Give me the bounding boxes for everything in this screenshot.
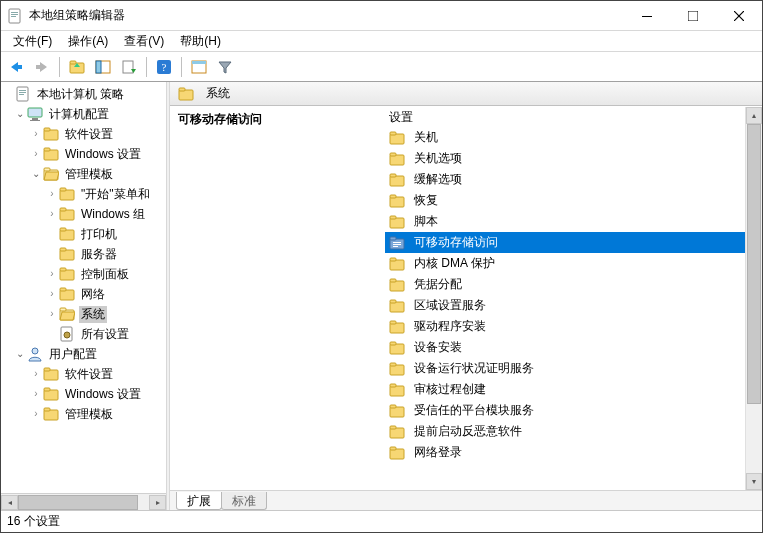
folder-icon [59,266,75,282]
policy-icon [15,86,31,102]
show-hide-tree-button[interactable] [92,56,114,78]
list-item[interactable]: 关机选项 [385,148,745,169]
tree-root[interactable]: ▸ 本地计算机 策略 [1,84,166,104]
list-item-label: 关机选项 [414,150,462,167]
expander-icon[interactable]: › [45,307,59,321]
scroll-thumb[interactable] [747,124,761,404]
tree-network[interactable]: › 网络 [1,284,166,304]
list-item[interactable]: 凭据分配 [385,274,745,295]
forward-button[interactable] [31,56,53,78]
expander-icon[interactable]: › [29,367,43,381]
expander-icon[interactable]: › [29,147,43,161]
tree-hscroll[interactable]: ◂ ▸ [1,493,166,510]
scroll-right-button[interactable]: ▸ [149,495,166,510]
tree-computer-config[interactable]: ⌄ 计算机配置 [1,104,166,124]
list-item[interactable]: 受信任的平台模块服务 [385,400,745,421]
list-item[interactable]: 区域设置服务 [385,295,745,316]
expander-icon[interactable]: › [45,267,59,281]
tree-software-settings[interactable]: › 软件设置 [1,124,166,144]
svg-marker-24 [11,62,22,72]
expander-icon[interactable]: ⌄ [29,167,43,181]
status-text: 16 个设置 [7,513,60,530]
tree-system[interactable]: › 系统 [1,304,166,324]
expander-icon[interactable]: › [45,187,59,201]
expander-icon[interactable]: ⌄ [13,347,27,361]
expander-icon[interactable]: › [45,287,59,301]
tree[interactable]: ▸ 本地计算机 策略 ⌄ 计算机配置 › 软件设置 › W [1,82,166,493]
tree-start-menu[interactable]: › "开始"菜单和 [1,184,166,204]
scroll-thumb[interactable] [18,495,138,510]
expander-icon[interactable]: › [29,387,43,401]
help-button[interactable]: ? [153,56,175,78]
tree-label: Windows 组 [79,206,147,223]
tab-extended[interactable]: 扩展 [176,492,222,510]
scroll-track[interactable] [746,124,762,473]
list-vscroll[interactable]: ▴ ▾ [745,107,762,490]
export-button[interactable] [118,56,140,78]
help-icon: ? [156,59,172,75]
tree-admin-templates[interactable]: ⌄ 管理模板 [1,164,166,184]
folder-icon [389,130,405,146]
scroll-down-button[interactable]: ▾ [746,473,762,490]
column-header-label: 设置 [389,109,413,126]
options-button[interactable] [188,56,210,78]
list-item[interactable]: 关机 [385,127,745,148]
window-controls [624,1,762,30]
expander-icon[interactable]: › [29,407,43,421]
list-item[interactable]: 恢复 [385,190,745,211]
expander-icon[interactable]: ⌄ [13,107,27,121]
list-item[interactable]: 设备运行状况证明服务 [385,358,745,379]
detail-list-area: 设置 关机关机选项缓解选项恢复脚本可移动存储访问内核 DMA 保护凭据分配区域设… [385,107,762,490]
list-item[interactable]: 脚本 [385,211,745,232]
menu-view[interactable]: 查看(V) [116,31,172,52]
list-column: 设置 关机关机选项缓解选项恢复脚本可移动存储访问内核 DMA 保护凭据分配区域设… [385,107,745,490]
tree-label: 软件设置 [63,366,115,383]
tree-windows-components[interactable]: › Windows 组 [1,204,166,224]
folder-icon [389,319,405,335]
tree-label: 打印机 [79,226,119,243]
close-button[interactable] [716,1,762,30]
list-item-label: 脚本 [414,213,438,230]
folder-icon [43,126,59,142]
list-item[interactable]: 缓解选项 [385,169,745,190]
menu-action[interactable]: 操作(A) [60,31,116,52]
minimize-button[interactable] [624,1,670,30]
tree-printers[interactable]: ▸ 打印机 [1,224,166,244]
filter-button[interactable] [214,56,236,78]
tree-control-panel[interactable]: › 控制面板 [1,264,166,284]
scroll-up-button[interactable]: ▴ [746,107,762,124]
menu-help[interactable]: 帮助(H) [172,31,229,52]
list-item[interactable]: 内核 DMA 保护 [385,253,745,274]
up-button[interactable] [66,56,88,78]
folder-icon [389,277,405,293]
list-item[interactable]: 提前启动反恶意软件 [385,421,745,442]
list-item[interactable]: 网络登录 [385,442,745,463]
tree-user-config[interactable]: ⌄ 用户配置 [1,344,166,364]
folder-icon [389,445,405,461]
tree-user-windows[interactable]: › Windows 设置 [1,384,166,404]
list-item[interactable]: 驱动程序安装 [385,316,745,337]
back-button[interactable] [5,56,27,78]
list-item[interactable]: 设备安装 [385,337,745,358]
app-icon [7,8,23,24]
scroll-left-button[interactable]: ◂ [1,495,18,510]
maximize-button[interactable] [670,1,716,30]
tree-all-settings[interactable]: ▸ 所有设置 [1,324,166,344]
scroll-track[interactable] [18,495,149,510]
tree-server[interactable]: ▸ 服务器 [1,244,166,264]
menu-file[interactable]: 文件(F) [5,31,60,52]
tab-standard[interactable]: 标准 [221,492,267,510]
column-header-settings[interactable]: 设置 [385,107,745,127]
arrow-right-icon [34,59,50,75]
content: ▸ 本地计算机 策略 ⌄ 计算机配置 › 软件设置 › W [1,82,762,510]
list-item[interactable]: 审核过程创建 [385,379,745,400]
tree-user-admin[interactable]: › 管理模板 [1,404,166,424]
tree-user-software[interactable]: › 软件设置 [1,364,166,384]
list-item[interactable]: 可移动存储访问 [385,232,745,253]
tree-windows-settings[interactable]: › Windows 设置 [1,144,166,164]
folder-icon [389,298,405,314]
expander-icon[interactable]: › [45,207,59,221]
expander-icon[interactable]: › [29,127,43,141]
export-list-icon [121,59,137,75]
list-body[interactable]: 关机关机选项缓解选项恢复脚本可移动存储访问内核 DMA 保护凭据分配区域设置服务… [385,127,745,463]
